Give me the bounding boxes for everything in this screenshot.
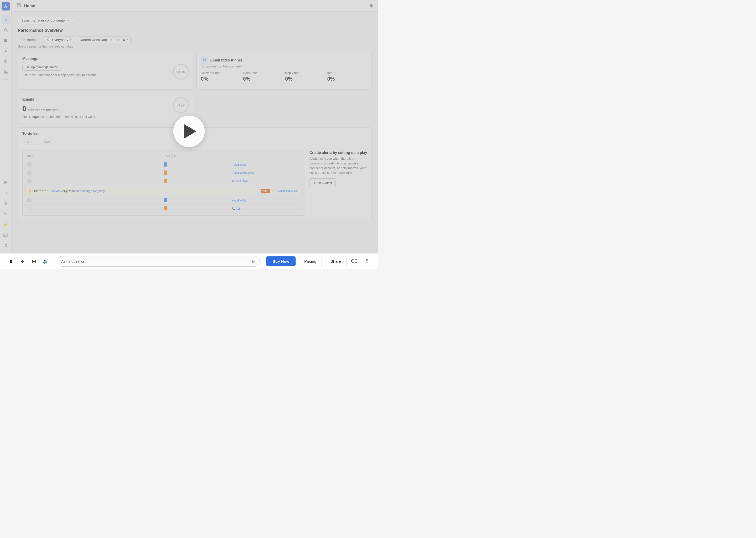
alert-icon-4 <box>27 198 31 202</box>
alert-row: 📞 Call <box>25 205 303 213</box>
sidebar-item-lightning[interactable]: ⚡ <box>1 220 11 229</box>
action-link-4[interactable]: + Add to list <box>232 199 300 202</box>
sidebar-bottom: ⊞ ○ $ ✎ ⚡ 📊 ⚙ <box>1 178 11 253</box>
tab-tasks[interactable]: Tasks <box>39 138 57 146</box>
cc-button[interactable]: CC <box>350 257 359 266</box>
meetings-set-goal[interactable]: Set goal <box>173 64 189 80</box>
week-chevron: ▾ <box>126 38 128 41</box>
funnel-subtitle: Current week vs Previous week <box>201 65 367 68</box>
week-label: Current week <box>79 38 100 42</box>
svg-rect-3 <box>4 40 7 41</box>
col-alert-header: Alert <box>27 154 164 158</box>
notebook-icon[interactable] <box>17 3 21 8</box>
highlight-row: ⚡ There are 15 contacts eligible for Job… <box>25 187 303 195</box>
svg-rect-2 <box>4 39 7 40</box>
reply-prev: --- <box>285 82 325 85</box>
sidebar-item-search[interactable] <box>1 25 11 35</box>
sidebar-item-edit[interactable]: ✎ <box>1 209 11 219</box>
sidebar-item-settings[interactable]: ⚙ <box>1 241 11 250</box>
svg-rect-4 <box>4 41 7 42</box>
funnel-stats: Delivered rate 0% --- Open rate 0% --- R… <box>201 71 367 85</box>
week-filter[interactable]: Current week Jun 10 - Jun 16 ▾ <box>77 36 131 43</box>
reply-pct: 0% <box>285 76 325 82</box>
email-subtext: This is equal to the number of emails se… <box>22 115 96 119</box>
sidebar-item-chart[interactable]: 📊 <box>1 230 11 240</box>
sidebar-item-layers[interactable] <box>1 36 11 45</box>
alerts-table-header: Alert Priority ⇅ <box>25 153 303 159</box>
share-button[interactable]: Share <box>325 256 347 266</box>
mic-button[interactable]: 🎙 <box>362 257 372 266</box>
send-button[interactable]: ▶ <box>252 259 256 264</box>
pause-button[interactable]: ⏸ <box>6 257 16 266</box>
interest-prev: --- <box>327 82 367 85</box>
priority-badge-med-4 <box>164 198 167 202</box>
highlight-action[interactable]: + Add to sequence <box>273 188 300 193</box>
tab-alerts[interactable]: Alerts <box>22 138 39 146</box>
open-rate-stat: Open rate 0% --- <box>243 71 283 85</box>
sidebar-item-mail[interactable]: ✉ <box>1 57 11 66</box>
alerts-preview: Alert Priority ⇅ + Add to list <box>22 150 305 216</box>
next-button[interactable]: ⏭ <box>29 257 39 266</box>
sidebar-item-circle[interactable]: ○ <box>1 188 11 197</box>
everybody-chevron: ▾ <box>70 38 71 41</box>
action-link-2[interactable]: + Add to sequence <box>232 172 300 175</box>
open-label: Open rate <box>243 71 283 75</box>
open-pct: 0% <box>243 76 283 82</box>
workspace-selector[interactable]: Sales manager control center ▾ <box>18 17 73 24</box>
highlight-link-targeting[interactable]: Job Change Targeting <box>76 189 105 192</box>
priority-badge-high-2 <box>164 171 167 175</box>
sidebar-item-phone[interactable] <box>1 67 11 77</box>
setup-meetings-btn[interactable]: Set up meetings metric <box>22 64 62 71</box>
date-range: Jun 10 - Jun 16 <box>101 38 125 42</box>
everybody-filter[interactable]: Everybody ▾ <box>44 36 74 43</box>
volume-button[interactable]: 🔊 <box>41 257 50 266</box>
pricing-button[interactable]: Pricing <box>299 256 322 266</box>
sidebar-item-send[interactable]: ➤ <box>1 46 11 56</box>
action-link-3[interactable]: ✉ Send email <box>232 180 300 183</box>
workspace-chevron: ▾ <box>68 19 70 22</box>
email-funnel-card: ✉ Email rates funnel Current week vs Pre… <box>196 52 372 89</box>
play-button[interactable] <box>173 116 205 147</box>
action-link-1[interactable]: + Add to list <box>232 163 300 166</box>
app-logo: A <box>2 2 10 11</box>
funnel-mail-icon: ✉ <box>201 56 208 64</box>
emails-set-goal[interactable]: Set goal <box>173 97 189 113</box>
buy-now-button[interactable]: Buy Now <box>266 256 296 266</box>
new-alert-label: New alert <box>317 181 332 185</box>
alert-row: ✉ Send email <box>25 177 303 185</box>
highlight-text: There are 15 contacts eligible for Job C… <box>34 189 260 192</box>
page-title: Home <box>24 3 35 8</box>
sidebar-item-dollar[interactable]: $ <box>1 198 11 208</box>
question-input[interactable] <box>61 259 252 263</box>
alert-row: + Add to list <box>25 196 303 205</box>
alert-icon-5 <box>27 206 31 210</box>
menu-icon[interactable]: ≡ <box>370 3 373 8</box>
todo-cta-text: Alerts notify you when there is a promis… <box>309 156 367 175</box>
todo-content: Alert Priority ⇅ + Add to list <box>18 146 371 220</box>
delivered-pct: 0% <box>201 76 241 82</box>
todo-cta-sidebar: Create alerts by setting up a play Alert… <box>309 150 367 216</box>
sidebar-item-grid[interactable]: ⊞ <box>1 178 11 187</box>
highlight-link-contacts[interactable]: 15 contacts <box>47 189 62 192</box>
email-count: 0 <box>22 105 26 113</box>
open-prev: --- <box>243 82 283 85</box>
playback-controls: ⏸ ⏮ ⏭ 🔊 <box>6 257 50 266</box>
meetings-card: Meetings Set up meetings metric Set up y… <box>18 52 193 89</box>
new-alert-button[interactable]: + New alert <box>309 178 336 187</box>
interest-label: Inter... <box>327 71 367 75</box>
delivered-label: Delivered rate <box>201 71 241 75</box>
interest-pct: 0% <box>327 76 367 82</box>
team-label: Team members <box>18 38 41 42</box>
alert-icon-2 <box>27 171 31 175</box>
question-input-wrap: ▶ <box>57 256 260 267</box>
prev-button[interactable]: ⏮ <box>18 257 27 266</box>
highlight-priority: High <box>261 189 270 193</box>
priority-badge-high-3 <box>164 179 167 183</box>
metrics-grid: Meetings Set up meetings metric Set up y… <box>18 52 372 123</box>
alert-row: + Add to sequence <box>25 169 303 177</box>
reply-label: Reply rate <box>285 71 325 75</box>
reply-rate-stat: Reply rate 0% --- <box>285 71 325 85</box>
top-bar: Home ≡ <box>12 0 378 12</box>
sidebar-item-home[interactable]: ⌂ <box>1 15 11 24</box>
action-link-5[interactable]: 📞 Call <box>232 207 300 210</box>
